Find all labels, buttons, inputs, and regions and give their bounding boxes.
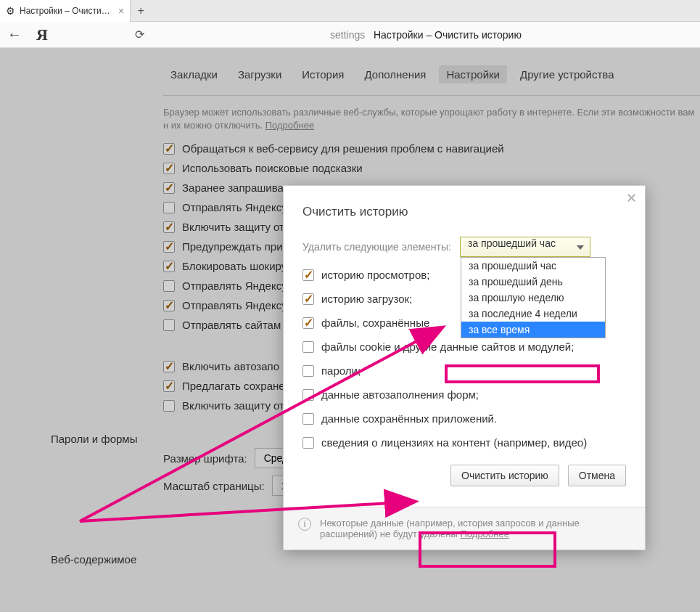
checkbox-row: Обращаться к веб-сервису для решения про… xyxy=(163,142,700,155)
nav-tab-2[interactable]: История xyxy=(295,65,351,83)
checkbox[interactable] xyxy=(163,182,175,194)
checkbox[interactable] xyxy=(163,400,175,412)
close-icon[interactable]: × xyxy=(118,5,124,17)
tab-strip: ⚙ Настройки – Очистить и × + xyxy=(0,0,700,22)
checkbox[interactable] xyxy=(163,163,175,174)
time-range-option[interactable]: за прошедший час xyxy=(461,258,605,274)
nav-tab-1[interactable]: Загрузки xyxy=(231,65,289,83)
checkbox-label: файлы cookie и другие данные сайтов и мо… xyxy=(321,340,574,353)
checkbox-label: файлы, сохранённые xyxy=(321,317,429,329)
nav-tab-3[interactable]: Дополнения xyxy=(357,65,433,83)
checkbox-label: Отправлять сайтам xyxy=(182,319,281,331)
checkbox-label: Предупреждать при xyxy=(182,240,283,253)
checkbox[interactable] xyxy=(163,319,175,331)
checkbox[interactable] xyxy=(163,221,175,233)
address-bar[interactable]: settings Настройки – Очистить историю xyxy=(159,29,693,41)
checkbox-label: Отправлять Яндексу xyxy=(182,201,287,213)
section-title-content: Веб-содержимое xyxy=(51,553,136,566)
checkbox-row: пароли; xyxy=(302,364,626,377)
checkbox[interactable] xyxy=(302,317,314,329)
checkbox-label: Отправлять Яндексу xyxy=(182,299,287,311)
cancel-button[interactable]: Отмена xyxy=(568,465,626,486)
clear-history-dialog: ✕ Очистить историю Удалить следующие эле… xyxy=(283,185,646,550)
checkbox[interactable] xyxy=(163,361,175,372)
time-range-option[interactable]: за последние 4 недели xyxy=(461,306,605,322)
checkbox-row: данные автозаполнения форм; xyxy=(302,388,626,401)
checkbox[interactable] xyxy=(302,269,314,281)
checkbox[interactable] xyxy=(302,293,314,305)
checkbox-label: данные автозаполнения форм; xyxy=(321,388,479,401)
checkbox-label: Использовать поисковые подсказки xyxy=(182,162,363,174)
time-range-option[interactable]: за прошлую неделю xyxy=(461,290,605,306)
new-tab-button[interactable]: + xyxy=(131,4,151,17)
checkbox-row: файлы cookie и другие данные сайтов и мо… xyxy=(302,340,626,353)
checkbox-label: Предлагать сохране xyxy=(182,380,285,392)
checkbox-row: сведения о лицензиях на контент (наприме… xyxy=(302,436,626,449)
browser-tab[interactable]: ⚙ Настройки – Очистить и × xyxy=(0,0,131,22)
section-description: Браузер может использовать различные веб… xyxy=(163,106,700,132)
checkbox-label: Отправлять Яндексу xyxy=(182,280,287,292)
checkbox-row: Использовать поисковые подсказки xyxy=(163,162,700,174)
checkbox-label: пароли; xyxy=(321,364,361,377)
checkbox[interactable] xyxy=(302,437,314,449)
gear-icon: ⚙ xyxy=(6,5,15,17)
dialog-footer: i Некоторые данные (например, история за… xyxy=(284,507,645,550)
checkbox[interactable] xyxy=(163,261,175,272)
checkbox-label: данные сохранённых приложений. xyxy=(321,412,497,425)
checkbox-label: Включить защиту от xyxy=(182,221,284,233)
checkbox-label: Блокировать шокиру xyxy=(182,260,287,272)
time-range-label: Удалить следующие элементы: xyxy=(302,241,451,253)
footer-learn-more-link[interactable]: Подробнее xyxy=(461,529,509,539)
checkbox-label: Обращаться к веб-сервису для решения про… xyxy=(182,142,504,155)
info-icon: i xyxy=(298,518,311,531)
checkbox-label: историю просмотров; xyxy=(321,269,429,281)
clear-history-button[interactable]: Очистить историю xyxy=(450,465,559,486)
checkbox[interactable] xyxy=(163,300,175,311)
checkbox[interactable] xyxy=(163,202,175,213)
checkbox[interactable] xyxy=(302,389,314,401)
close-dialog-button[interactable]: ✕ xyxy=(623,190,639,206)
checkbox-label: Заранее запрашива xyxy=(182,181,284,194)
time-range-options: за прошедший часза прошедший деньза прош… xyxy=(461,257,606,338)
time-range-option[interactable]: за все время xyxy=(461,322,605,338)
nav-tab-5[interactable]: Другие устройства xyxy=(513,65,621,83)
divider xyxy=(163,95,700,96)
section-title-passwords: Пароли и формы xyxy=(51,433,137,445)
checkbox-label: Включить автозапо xyxy=(182,360,279,372)
checkbox[interactable] xyxy=(163,280,175,292)
nav-tab-4[interactable]: Настройки xyxy=(439,65,507,83)
font-size-label: Размер шрифта: xyxy=(163,452,247,465)
checkbox[interactable] xyxy=(163,241,175,253)
checkbox-label: историю загрузок; xyxy=(321,293,412,305)
checkbox[interactable] xyxy=(302,365,314,377)
nav-tabs: ЗакладкиЗагрузкиИсторияДополненияНастрой… xyxy=(51,48,700,91)
checkbox-row: данные сохранённых приложений. xyxy=(302,412,626,425)
checkbox-label: сведения о лицензиях на контент (наприме… xyxy=(321,436,587,449)
dialog-title: Очистить историю xyxy=(302,205,626,219)
checkbox-label: Включить защиту от xyxy=(182,399,284,412)
checkbox[interactable] xyxy=(163,143,175,155)
tab-title: Настройки – Очистить и xyxy=(20,6,114,16)
checkbox[interactable] xyxy=(302,413,314,425)
checkbox[interactable] xyxy=(302,341,314,353)
zoom-label: Масштаб страницы: xyxy=(163,480,265,492)
back-button[interactable]: ← xyxy=(7,26,22,43)
time-range-option[interactable]: за прошедший день xyxy=(461,274,605,290)
yandex-logo[interactable]: Я xyxy=(36,25,48,44)
browser-toolbar: ← Я ⟳ settings Настройки – Очистить исто… xyxy=(0,22,700,48)
nav-tab-0[interactable]: Закладки xyxy=(163,65,225,83)
time-range-dropdown[interactable]: за прошедший час за прошедший часза прош… xyxy=(460,237,590,257)
checkbox[interactable] xyxy=(163,380,175,392)
reload-button[interactable]: ⟳ xyxy=(135,28,144,41)
learn-more-link[interactable]: Подробнее xyxy=(265,120,314,131)
